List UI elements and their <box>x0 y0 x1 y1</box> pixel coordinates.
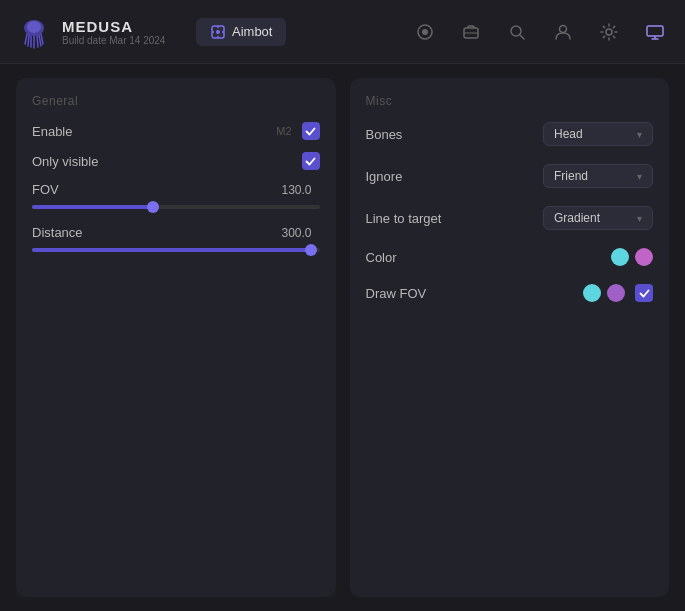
suitcase-icon-btn[interactable] <box>457 18 485 46</box>
left-panel: General Enable M2 Only visible FOV <box>16 78 336 597</box>
right-panel: Misc Bones Head ▾ Ignore Friend ▾ Line t… <box>350 78 670 597</box>
svg-line-6 <box>37 36 38 47</box>
fov-slider-track[interactable] <box>32 205 320 209</box>
svg-point-22 <box>606 29 612 35</box>
eye-icon <box>416 23 434 41</box>
logo-area: MEDUSA Build date Mar 14 2024 <box>16 14 176 50</box>
bones-dropdown[interactable]: Head ▾ <box>543 122 653 146</box>
nav-items: Aimbot <box>196 18 286 46</box>
ignore-label: Ignore <box>366 169 544 184</box>
draw-fov-checkbox[interactable] <box>635 284 653 302</box>
search-icon <box>508 23 526 41</box>
draw-fov-label: Draw FOV <box>366 286 584 301</box>
draw-fov-dot-2[interactable] <box>607 284 625 302</box>
distance-slider-thumb[interactable] <box>305 244 317 256</box>
svg-rect-23 <box>647 26 663 36</box>
screen-icon-btn[interactable] <box>641 18 669 46</box>
ignore-row: Ignore Friend ▾ <box>366 164 654 188</box>
ignore-dropdown-value: Friend <box>554 169 588 183</box>
line-to-target-dropdown[interactable]: Gradient ▾ <box>543 206 653 230</box>
search-icon-btn[interactable] <box>503 18 531 46</box>
distance-slider-fill <box>32 248 311 252</box>
person-icon <box>554 23 572 41</box>
color-dot-1[interactable] <box>611 248 629 266</box>
enable-row: Enable M2 <box>32 122 320 140</box>
checkmark-icon-2 <box>305 156 316 167</box>
logo-icon <box>16 14 52 50</box>
checkmark-icon <box>305 126 316 137</box>
bones-dropdown-arrow: ▾ <box>637 129 642 140</box>
svg-point-16 <box>422 29 428 35</box>
svg-line-2 <box>25 34 27 44</box>
logo-text-group: MEDUSA Build date Mar 14 2024 <box>62 18 165 46</box>
distance-top: Distance 300.0 <box>32 225 320 240</box>
distance-value: 300.0 <box>281 226 311 240</box>
only-visible-checkbox[interactable] <box>302 152 320 170</box>
nav-icons <box>411 18 669 46</box>
person-icon-btn[interactable] <box>549 18 577 46</box>
line-to-target-row: Line to target Gradient ▾ <box>366 206 654 230</box>
enable-hint: M2 <box>276 125 291 137</box>
line-to-target-dropdown-arrow: ▾ <box>637 213 642 224</box>
fov-slider-thumb[interactable] <box>147 201 159 213</box>
draw-fov-dot-1[interactable] <box>583 284 601 302</box>
nav-tab-aimbot[interactable]: Aimbot <box>196 18 286 46</box>
left-panel-title: General <box>32 94 320 108</box>
bones-row: Bones Head ▾ <box>366 122 654 146</box>
svg-line-20 <box>520 35 524 39</box>
color-label: Color <box>366 250 612 265</box>
bones-label: Bones <box>366 127 544 142</box>
fov-slider-fill <box>32 205 153 209</box>
line-to-target-dropdown-value: Gradient <box>554 211 600 225</box>
nav-tab-aimbot-label: Aimbot <box>232 24 272 39</box>
fov-row: FOV 130.0 <box>32 182 320 209</box>
svg-point-21 <box>560 25 567 32</box>
suitcase-icon <box>462 23 480 41</box>
svg-line-3 <box>28 35 29 46</box>
ignore-dropdown[interactable]: Friend ▾ <box>543 164 653 188</box>
color-dots <box>611 248 653 266</box>
svg-line-7 <box>39 35 41 46</box>
distance-row: Distance 300.0 <box>32 225 320 252</box>
bones-dropdown-value: Head <box>554 127 583 141</box>
distance-label: Distance <box>32 225 281 240</box>
draw-fov-checkmark-icon <box>639 288 650 299</box>
svg-line-8 <box>41 34 43 44</box>
main-content: General Enable M2 Only visible FOV <box>0 64 685 611</box>
fov-top: FOV 130.0 <box>32 182 320 197</box>
only-visible-label: Only visible <box>32 154 302 169</box>
distance-slider-track[interactable] <box>32 248 320 252</box>
gear-icon <box>600 23 618 41</box>
draw-fov-row: Draw FOV <box>366 284 654 302</box>
fov-label: FOV <box>32 182 281 197</box>
fov-value: 130.0 <box>281 183 311 197</box>
gear-icon-btn[interactable] <box>595 18 623 46</box>
ignore-dropdown-arrow: ▾ <box>637 171 642 182</box>
app-title: MEDUSA <box>62 18 165 35</box>
eye-icon-btn[interactable] <box>411 18 439 46</box>
topbar: MEDUSA Build date Mar 14 2024 Aimbot <box>0 0 685 64</box>
screen-icon <box>646 23 664 41</box>
aimbot-icon <box>210 24 226 40</box>
svg-point-1 <box>27 21 41 33</box>
right-panel-title: Misc <box>366 94 654 108</box>
only-visible-row: Only visible <box>32 152 320 170</box>
app-subtitle: Build date Mar 14 2024 <box>62 35 165 46</box>
color-dot-2[interactable] <box>635 248 653 266</box>
line-to-target-label: Line to target <box>366 211 544 226</box>
color-row: Color <box>366 248 654 266</box>
enable-label: Enable <box>32 124 276 139</box>
draw-fov-controls <box>583 284 653 302</box>
svg-point-14 <box>216 30 220 34</box>
enable-checkbox[interactable] <box>302 122 320 140</box>
